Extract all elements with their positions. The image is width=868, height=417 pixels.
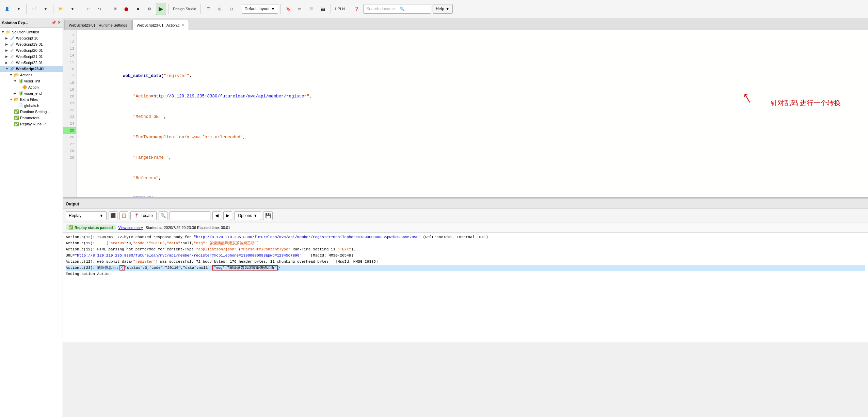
tree-item-vuser-init[interactable]: ▼ 🔰 vuser_init [0, 78, 63, 84]
line-num-11: 11 [63, 32, 76, 38]
stop-small-icon: ⬛ [110, 213, 116, 218]
toolbar-icon-user[interactable]: 👤 [2, 3, 12, 15]
output-line-4: URL="http://8.129.219.235:8380/futureloa… [66, 252, 865, 259]
help-button[interactable]: Help ▼ [433, 4, 453, 14]
tree-label-globals: globals.h [24, 104, 39, 108]
folder-icon: 📂 [59, 7, 63, 11]
settings-icon: ⚙ [148, 7, 151, 11]
toolbar-vuser[interactable]: 🖥 [110, 3, 120, 15]
tree-item-actions[interactable]: ▼ 📂 Actions [0, 72, 63, 78]
tree-item-vuser-end[interactable]: ▶ 🔰 vuser_end [0, 90, 63, 96]
help-question[interactable]: ❓ [352, 3, 362, 15]
design-studio-button[interactable]: Design Studio [171, 3, 198, 15]
output-search-input[interactable] [170, 211, 210, 220]
line-num-25: 25 [63, 127, 76, 134]
options-chevron-icon: ▼ [253, 213, 257, 218]
toolbar-open-dropdown[interactable]: ▼ [67, 3, 78, 15]
view-summary-link[interactable]: View summary [118, 226, 143, 230]
tab-runtime-settings[interactable]: WebScript23-01 : Runtime Settings [64, 20, 132, 30]
toolbar-sep-1 [26, 4, 27, 14]
line-num-19: 19 [63, 86, 76, 93]
toolbar-grid2[interactable]: ⊟ [226, 3, 237, 15]
copy-icon: 📋 [121, 213, 127, 218]
toolbar-grid1[interactable]: ⊞ [215, 3, 225, 15]
content-area: WebScript23-01 : Runtime Settings WebScr… [63, 18, 868, 417]
solution-explorer: Solution Exp... 📌 ✕ ▼ 📁 Solution Untitle… [0, 18, 63, 417]
tree-item-ws23[interactable]: ▼ 🖊 WebScript23-01 [0, 66, 63, 72]
toolbar-icon-dropdown1[interactable]: ▼ [14, 3, 24, 15]
output-content: Action.c(12): t=997ms: 72-byte chunked r… [63, 233, 868, 342]
layout-dropdown[interactable]: Default layout ▼ [242, 4, 278, 14]
save-icon: 💾 [265, 213, 271, 218]
output-next-btn[interactable]: ▶ [223, 211, 232, 220]
tree-item-ws19[interactable]: ▶ 🖊 WebScript19-01 [0, 41, 63, 47]
toolbar-settings[interactable]: ⚙ [144, 3, 155, 15]
replay-dropdown[interactable]: Replay ▼ [66, 211, 107, 220]
output-copy-btn[interactable]: 📋 [119, 211, 128, 220]
code-content[interactable]: web_submit_data("register", "Action=http… [77, 30, 868, 197]
toolbar: 👤 ▼ 📄 ▼ 📂 ▼ ↩ ↪ 🖥 ⬤ ⏺ ⚙ ▶ Design Studio [0, 0, 868, 18]
tree-item-ws18[interactable]: ▶ 🖊 WebScript 18 [0, 35, 63, 41]
locate-button[interactable]: 📍 Locate [130, 211, 157, 220]
line-num-13: 13 [63, 45, 76, 52]
expand-icon-ws22: ▶ [5, 61, 10, 64]
toolbar-apps[interactable]: ⠿ [306, 3, 317, 15]
help-label: Help [436, 6, 444, 11]
output-prev-btn[interactable]: ◀ [212, 211, 221, 220]
question-icon: ❓ [354, 7, 359, 11]
tree-item-ws22[interactable]: ▶ 🖊 WebScript22-01 [0, 60, 63, 66]
tab-close-icon[interactable]: ✕ [182, 23, 184, 27]
script-icon-ws18: 🖊 [10, 35, 15, 41]
toolbar-undo[interactable]: ↩ [83, 3, 93, 15]
solution-explorer-header: Solution Exp... 📌 ✕ [0, 18, 63, 28]
tree-item-globals[interactable]: 📄 globals.h [0, 103, 63, 109]
tree-item-action[interactable]: 🔶 Action [0, 84, 63, 90]
toolbar-pen[interactable]: ✏ [295, 3, 305, 15]
tree-item-replay-runs[interactable]: ✅ Replay Runs IP [0, 121, 63, 127]
toolbar-stop[interactable]: ⬤ [121, 3, 131, 15]
output-search-btn[interactable]: 🔍 [159, 211, 167, 220]
globals-icon: 📄 [18, 103, 23, 108]
output-toolbar: Replay ▼ ⬛ 📋 📍 Locate 🔍 ◀ [63, 209, 868, 222]
toolbar-bookmark[interactable]: 🔖 [283, 3, 293, 15]
output-stop-btn[interactable]: ⬛ [109, 211, 117, 220]
tree-item-parameters[interactable]: ✅ Parameters [0, 115, 63, 121]
toolbar-new[interactable]: 📄 [29, 3, 39, 15]
toolbar-play[interactable]: ▶ [156, 3, 166, 15]
pin-icon[interactable]: 📌 [51, 20, 56, 25]
action-icon: 🔶 [22, 84, 27, 90]
tree-label-runtime: Runtime Setting... [20, 110, 50, 114]
locate-icon: 📍 [134, 213, 139, 218]
output-line-1: Action.c(12): t=997ms: 72-byte chunked r… [66, 234, 865, 240]
toolbar-redo[interactable]: ↪ [94, 3, 105, 15]
tree-item-solution[interactable]: ▼ 📁 Solution Untitled [0, 29, 63, 35]
tree-label-vuser-init: vuser_init [24, 79, 40, 83]
toolbar-sep-6 [200, 4, 201, 14]
toolbar-record[interactable]: ⏺ [133, 3, 143, 15]
close-panel-icon[interactable]: ✕ [58, 20, 61, 25]
vuser-icon: 🖥 [113, 7, 117, 11]
expand-icon-ws21: ▶ [5, 55, 10, 58]
stop-icon: ⬤ [124, 7, 128, 11]
tree-item-extra-files[interactable]: ▼ 📂 Extra Files [0, 96, 63, 103]
expand-icon-ws20: ▶ [5, 49, 10, 52]
tree-item-ws20[interactable]: ▶ 🖊 WebScript20-01 [0, 47, 63, 53]
code-line-16: "TargetFrame=", [79, 148, 868, 154]
line-num-14: 14 [63, 52, 76, 59]
tab-action-c[interactable]: WebScript23-01 : Action.c ✕ [132, 20, 189, 30]
action-link[interactable]: http://8.129.219.235:8380/futureloan/mvc… [154, 94, 307, 99]
toolbar-list[interactable]: ☰ [203, 3, 213, 15]
toolbar-sep-8 [280, 4, 281, 14]
tree-item-runtime[interactable]: ✅ Runtime Setting... [0, 109, 63, 115]
options-button[interactable]: Options ▼ [234, 211, 261, 220]
toolbar-new-dropdown[interactable]: ▼ [41, 3, 51, 15]
grid2-icon: ⊟ [230, 7, 233, 11]
search-box[interactable]: Search docume... 🔍 [363, 4, 431, 14]
next-icon: ▶ [226, 213, 229, 218]
toolbar-snapshot[interactable]: 📷 [318, 3, 328, 15]
tree-item-ws21[interactable]: ▶ 🖊 WebScript21-01 [0, 53, 63, 60]
hpln-button[interactable]: HPLN [333, 3, 347, 15]
output-save-btn[interactable]: 💾 [263, 211, 273, 220]
toolbar-open[interactable]: 📂 [56, 3, 66, 15]
locate-label: Locate [141, 213, 153, 218]
